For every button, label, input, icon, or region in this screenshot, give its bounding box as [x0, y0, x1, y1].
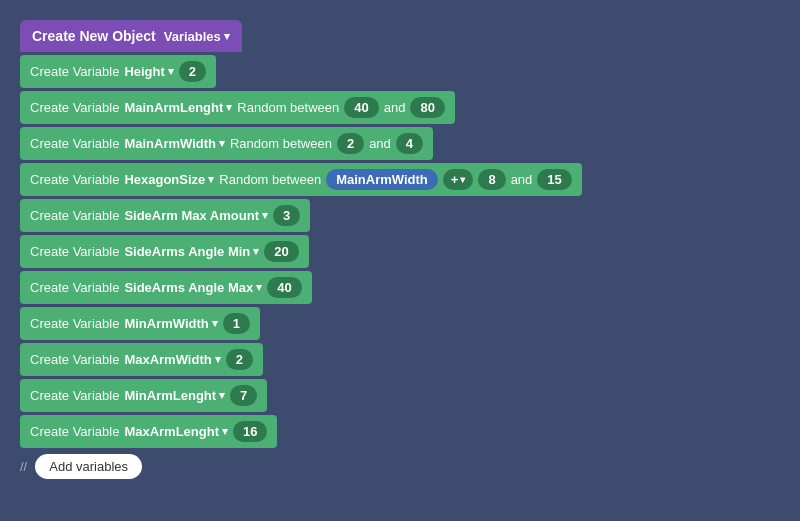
create-variable-block[interactable]: Create Variable MinArmLenght 7: [20, 379, 267, 412]
create-label: Create Variable: [30, 280, 119, 295]
random-label: Random between: [237, 100, 339, 115]
row-sidearms-angle-max: Create Variable SideArms Angle Max 40: [20, 271, 582, 304]
row-maxarmwidth: Create Variable MaxArmWidth 2: [20, 343, 582, 376]
var-name-dropdown[interactable]: MainArmWidth: [124, 136, 225, 151]
row-sidearms-angle-min: Create Variable SideArms Angle Min 20: [20, 235, 582, 268]
plus-dropdown[interactable]: +: [443, 169, 474, 190]
create-variable-block[interactable]: Create Variable MainArmWidth Random betw…: [20, 127, 433, 160]
create-label: Create Variable: [30, 352, 119, 367]
var-name-dropdown[interactable]: MainArmLenght: [124, 100, 232, 115]
create-label: Create Variable: [30, 136, 119, 151]
value-pill: 20: [264, 241, 298, 262]
var-name-dropdown[interactable]: HexagonSize: [124, 172, 214, 187]
var-name-dropdown[interactable]: MinArmLenght: [124, 388, 225, 403]
create-variable-block[interactable]: Create Variable MainArmLenght Random bet…: [20, 91, 455, 124]
and-label: and: [369, 136, 391, 151]
and-label: and: [384, 100, 406, 115]
create-variable-block[interactable]: Create Variable HexagonSize Random betwe…: [20, 163, 582, 196]
create-variable-block[interactable]: Create Variable SideArms Angle Max 40: [20, 271, 312, 304]
block-group: Create New Object Variables Create Varia…: [20, 20, 582, 479]
create-variable-block[interactable]: Create Variable MaxArmWidth 2: [20, 343, 263, 376]
value-pill: 2: [179, 61, 206, 82]
var-name-dropdown[interactable]: MaxArmLenght: [124, 424, 228, 439]
header-title: Create New Object: [32, 28, 156, 44]
create-label: Create Variable: [30, 172, 119, 187]
row-minarmwidth: Create Variable MinArmWidth 1: [20, 307, 582, 340]
workspace: Create New Object Variables Create Varia…: [0, 0, 800, 521]
row-hexagonsize: Create Variable HexagonSize Random betwe…: [20, 163, 582, 196]
create-variable-block[interactable]: Create Variable MaxArmLenght 16: [20, 415, 277, 448]
val1-pill: 2: [337, 133, 364, 154]
row-mainarmlenght: Create Variable MainArmLenght Random bet…: [20, 91, 582, 124]
create-label: Create Variable: [30, 388, 119, 403]
var-name-dropdown[interactable]: MaxArmWidth: [124, 352, 220, 367]
create-label: Create Variable: [30, 424, 119, 439]
val2-pill: 15: [537, 169, 571, 190]
var-name-dropdown[interactable]: Height: [124, 64, 173, 79]
comment-symbol: //: [20, 459, 27, 474]
random-label: Random between: [230, 136, 332, 151]
create-variable-block[interactable]: Create Variable Height 2: [20, 55, 216, 88]
variables-dropdown[interactable]: Variables: [164, 29, 230, 44]
create-variable-block[interactable]: Create Variable SideArms Angle Min 20: [20, 235, 309, 268]
var-name-dropdown[interactable]: SideArms Angle Max: [124, 280, 262, 295]
expr-name-pill: MainArmWidth: [326, 169, 438, 190]
val2-pill: 80: [410, 97, 444, 118]
val2-pill: 4: [396, 133, 423, 154]
var-name-dropdown[interactable]: SideArms Angle Min: [124, 244, 259, 259]
create-label: Create Variable: [30, 208, 119, 223]
row-height: Create Variable Height 2: [20, 55, 582, 88]
create-variable-block[interactable]: Create Variable SideArm Max Amount 3: [20, 199, 310, 232]
and-label: and: [511, 172, 533, 187]
row-sidearm-max: Create Variable SideArm Max Amount 3: [20, 199, 582, 232]
create-label: Create Variable: [30, 100, 119, 115]
create-label: Create Variable: [30, 244, 119, 259]
create-label: Create Variable: [30, 316, 119, 331]
var-name-dropdown[interactable]: SideArm Max Amount: [124, 208, 268, 223]
value-pill: 1: [223, 313, 250, 334]
create-variable-block[interactable]: Create Variable MinArmWidth 1: [20, 307, 260, 340]
row-maxarmlenght: Create Variable MaxArmLenght 16: [20, 415, 582, 448]
random-label: Random between: [219, 172, 321, 187]
value-pill: 7: [230, 385, 257, 406]
value-pill: 40: [267, 277, 301, 298]
value-pill: 2: [226, 349, 253, 370]
value-pill: 3: [273, 205, 300, 226]
header-row: Create New Object Variables: [20, 20, 582, 52]
add-variables-button[interactable]: Add variables: [35, 454, 142, 479]
value-pill: 16: [233, 421, 267, 442]
header-block[interactable]: Create New Object Variables: [20, 20, 242, 52]
footer-row: // Add variables: [20, 454, 582, 479]
create-label: Create Variable: [30, 64, 119, 79]
val1-pill: 8: [478, 169, 505, 190]
val1-pill: 40: [344, 97, 378, 118]
row-minarmlenght: Create Variable MinArmLenght 7: [20, 379, 582, 412]
var-name-dropdown[interactable]: MinArmWidth: [124, 316, 217, 331]
row-mainarmwidth: Create Variable MainArmWidth Random betw…: [20, 127, 582, 160]
